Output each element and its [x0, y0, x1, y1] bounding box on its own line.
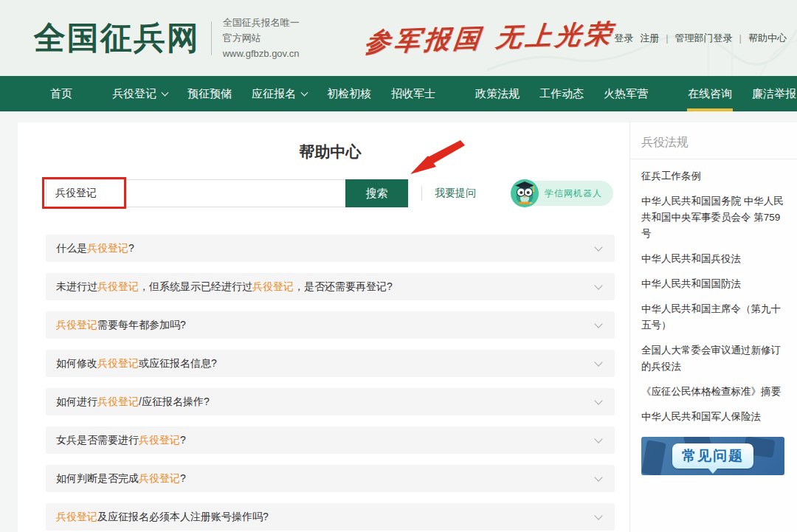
sidebar-link-0[interactable]: 征兵工作条例: [641, 168, 785, 184]
chevron-down-icon: [594, 435, 602, 443]
logo-divider: [211, 21, 212, 55]
site-logo[interactable]: 全国征兵网: [34, 17, 200, 60]
faq-row-4[interactable]: 如何进行兵役登记/应征报名操作?: [46, 388, 615, 415]
site-header: 全国征兵网 全国征兵报名唯一官方网站 www.gfbzb.gov.cn 参军报国…: [0, 0, 797, 76]
page-title: 帮助中心: [46, 142, 615, 162]
faq-highlight: 兵役登记: [97, 357, 139, 369]
faq-row-0[interactable]: 什么是兵役登记?: [46, 235, 615, 262]
faq-banner[interactable]: 常见问题: [641, 437, 784, 475]
robot-assistant-label: 学信网机器人: [545, 187, 602, 200]
top-link[interactable]: 注册: [640, 32, 659, 45]
sidebar-link-5[interactable]: 全国人大常委会审议通过新修订的兵役法: [641, 342, 785, 375]
top-link[interactable]: 登录: [614, 32, 633, 45]
sidebar-link-4[interactable]: 中华人民共和国主席令（第九十五号）: [641, 301, 785, 334]
search-button[interactable]: 搜索: [345, 179, 408, 207]
nav-item-label: 在线咨询: [688, 87, 732, 101]
help-center-main: 帮助中心 搜索 我要提问: [18, 122, 629, 532]
faq-highlight: 兵役登记: [56, 319, 97, 331]
nav-item-3[interactable]: 应征报名: [252, 76, 307, 111]
nav-item-label: 工作动态: [539, 87, 584, 101]
faq-highlight: 兵役登记: [139, 472, 180, 484]
chevron-down-icon: [594, 281, 602, 289]
nav-item-0[interactable]: 首页: [50, 76, 72, 111]
ask-question-link[interactable]: 我要提问: [435, 187, 476, 200]
sidebar-links: 征兵工作条例中华人民共和国国务院 中华人民共和国中央军事委员会令 第759号中华…: [641, 168, 785, 425]
faq-row-6[interactable]: 如何判断是否完成兵役登记?: [46, 465, 615, 492]
chevron-down-icon: [594, 396, 602, 404]
faq-highlight: 兵役登记: [139, 434, 180, 446]
top-links: 登录注册|管理部门登录|帮助中心: [614, 32, 787, 45]
nav-item-label: 初检初核: [327, 87, 371, 101]
chevron-down-icon: [162, 89, 169, 96]
sidebar-head: 兵役法规: [630, 122, 797, 159]
top-link[interactable]: 帮助中心: [748, 32, 787, 45]
site-tagline: 全国征兵报名唯一官方网站 www.gfbzb.gov.cn: [223, 15, 300, 61]
chevron-down-icon: [301, 89, 308, 96]
sidebar-link-1[interactable]: 中华人民共和国国务院 中华人民共和国中央军事委员会令 第759号: [641, 193, 785, 242]
faq-highlight: 兵役登记: [252, 280, 294, 292]
faq-highlight: 兵役登记: [97, 280, 139, 292]
nav-item-8[interactable]: 火热军营: [604, 76, 648, 111]
faq-row-7[interactable]: 兵役登记及应征报名必须本人注册账号操作吗?: [46, 503, 615, 531]
faq-row-5[interactable]: 女兵是否需要进行兵役登记?: [46, 426, 615, 454]
faq-highlight: 兵役登记: [97, 395, 139, 407]
chevron-down-icon: [594, 243, 602, 251]
top-link-separator: |: [666, 32, 668, 44]
faq-question-text: 如何修改兵役登记或应征报名信息?: [56, 357, 217, 370]
nav-item-label: 廉洁举报: [752, 87, 796, 101]
sidebar-link-7[interactable]: 中华人民共和国军人保险法: [641, 409, 785, 425]
sidebar-title: 兵役法规: [641, 136, 689, 148]
nav-item-2[interactable]: 预征预储: [187, 76, 232, 111]
banner-silhouette: [641, 440, 666, 475]
owl-robot-icon: [510, 179, 539, 208]
chevron-down-icon: [594, 319, 602, 328]
faq-question-text: 什么是兵役登记?: [56, 242, 134, 255]
tagline-line1: 全国征兵报名唯一官方网站: [223, 15, 300, 46]
top-link[interactable]: 管理部门登录: [675, 32, 733, 45]
faq-row-1[interactable]: 未进行过兵役登记，但系统显示已经进行过兵役登记，是否还需要再登记?: [46, 273, 615, 300]
nav-item-5[interactable]: 招收军士: [391, 76, 435, 111]
faq-question-text: 兵役登记需要每年都参加吗?: [56, 319, 186, 332]
nav-item-label: 政策法规: [475, 87, 520, 101]
faq-banner-bubble: 常见问题: [672, 443, 753, 469]
faq-question-text: 如何判断是否完成兵役登记?: [56, 472, 186, 486]
nav-item-6[interactable]: 政策法规: [475, 76, 520, 111]
top-link-separator: |: [739, 32, 742, 44]
sidebar-link-6[interactable]: 《应征公民体格检查标准》摘要: [641, 384, 785, 400]
faq-highlight: 兵役登记: [87, 242, 128, 254]
nav-item-label: 应征报名: [252, 87, 296, 101]
search-input[interactable]: [46, 179, 345, 207]
faq-list: 什么是兵役登记?未进行过兵役登记，但系统显示已经进行过兵役登记，是否还需要再登记…: [46, 235, 615, 531]
chevron-down-icon: [594, 511, 602, 519]
robot-assistant-badge[interactable]: 学信网机器人: [511, 181, 613, 206]
chevron-down-icon: [594, 358, 602, 366]
faq-row-2[interactable]: 兵役登记需要每年都参加吗?: [46, 311, 615, 339]
faq-question-text: 兵役登记及应征报名必须本人注册账号操作吗?: [56, 511, 269, 524]
nav-item-4[interactable]: 初检初核: [327, 76, 371, 111]
nav-item-label: 兵役登记: [112, 87, 156, 101]
search-row: 搜索 我要提问: [46, 179, 615, 207]
nav-item-9[interactable]: 在线咨询: [688, 76, 732, 111]
faq-question-text: 女兵是否需要进行兵役登记?: [56, 434, 186, 447]
nav-item-label: 招收军士: [391, 87, 435, 101]
sidebar-link-2[interactable]: 中华人民共和国兵役法: [641, 251, 785, 267]
nav-item-1[interactable]: 兵役登记: [112, 76, 168, 111]
main-nav: 首页兵役登记预征预储应征报名初检初核招收军士政策法规工作动态火热军营在线咨询廉洁…: [0, 76, 797, 111]
nav-item-label: 预征预储: [187, 87, 232, 101]
tagline-line2: www.gfbzb.gov.cn: [223, 46, 300, 61]
ask-separator: [421, 186, 422, 201]
nav-item-label: 首页: [50, 87, 72, 101]
slogan-calligraphy: 参军报国 无上光荣: [363, 16, 617, 60]
sidebar-link-3[interactable]: 中华人民共和国国防法: [641, 276, 785, 292]
chevron-down-icon: [594, 473, 602, 481]
faq-highlight: 兵役登记: [56, 511, 97, 522]
nav-item-10[interactable]: 廉洁举报: [752, 76, 796, 111]
nav-item-label: 火热军营: [604, 87, 648, 101]
content-area: 帮助中心 搜索 我要提问: [18, 122, 797, 532]
faq-question-text: 未进行过兵役登记，但系统显示已经进行过兵役登记，是否还需要再登记?: [56, 280, 393, 294]
faq-row-3[interactable]: 如何修改兵役登记或应征报名信息?: [46, 350, 615, 377]
nav-item-7[interactable]: 工作动态: [539, 76, 584, 111]
faq-question-text: 如何进行兵役登记/应征报名操作?: [56, 395, 210, 409]
regulations-sidebar: 兵役法规 征兵工作条例中华人民共和国国务院 中华人民共和国中央军事委员会令 第7…: [629, 122, 797, 532]
